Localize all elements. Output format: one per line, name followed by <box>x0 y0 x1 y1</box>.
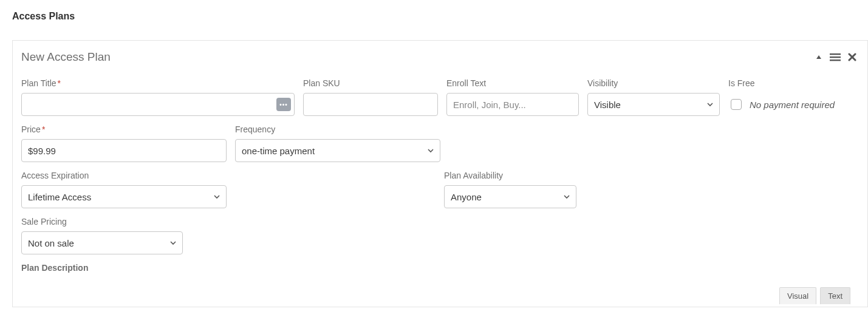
access-plan-panel: New Access Plan Plan Title* <box>12 40 868 307</box>
access-expiration-select[interactable]: Lifetime Access <box>21 185 227 208</box>
panel-title: New Access Plan <box>21 50 111 64</box>
is-free-checkbox[interactable] <box>731 99 742 110</box>
svg-rect-2 <box>830 56 841 58</box>
enroll-text-input[interactable] <box>446 93 579 116</box>
plan-title-label: Plan Title* <box>21 78 295 88</box>
panel-actions <box>815 53 856 61</box>
plan-sku-label: Plan SKU <box>303 78 438 88</box>
plan-title-input[interactable] <box>21 93 295 116</box>
sale-pricing-label: Sale Pricing <box>21 217 183 226</box>
price-input[interactable] <box>21 139 227 162</box>
sale-pricing-select[interactable]: Not on sale <box>21 231 183 254</box>
tab-visual[interactable]: Visual <box>779 287 816 304</box>
plan-availability-label: Plan Availability <box>444 171 576 180</box>
is-free-label: Is Free <box>728 78 835 88</box>
plan-description-label: Plan Description <box>21 263 859 273</box>
visibility-label: Visibility <box>587 78 720 88</box>
visibility-select[interactable]: Visible <box>587 93 720 116</box>
is-free-hint: No payment required <box>750 100 835 110</box>
access-expiration-label: Access Expiration <box>21 171 227 180</box>
menu-icon[interactable] <box>830 53 841 61</box>
ellipsis-icon[interactable]: ••• <box>276 98 291 111</box>
enroll-text-label: Enroll Text <box>446 78 579 88</box>
frequency-select[interactable]: one-time payment <box>235 139 440 162</box>
svg-rect-3 <box>830 60 841 61</box>
close-icon[interactable] <box>848 53 856 61</box>
collapse-icon[interactable] <box>815 53 822 61</box>
plan-sku-input[interactable] <box>303 93 438 116</box>
svg-rect-1 <box>830 53 841 55</box>
section-title: Access Plans <box>12 11 868 22</box>
plan-availability-select[interactable]: Anyone <box>444 185 576 208</box>
tab-text[interactable]: Text <box>820 287 850 304</box>
price-label: Price* <box>21 124 227 134</box>
frequency-label: Frequency <box>235 124 440 134</box>
editor-tabs: Visual Text <box>21 287 859 307</box>
svg-marker-0 <box>816 55 821 59</box>
